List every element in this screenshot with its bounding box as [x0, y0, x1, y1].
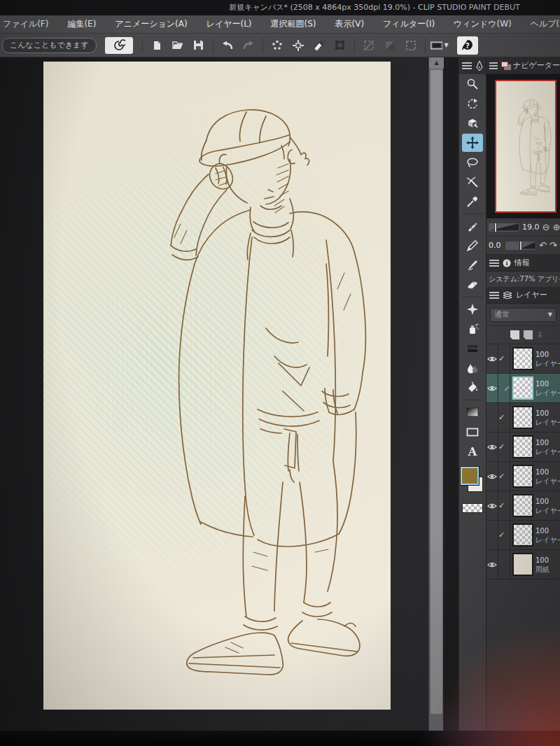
fit-to-screen-button[interactable]: ▼	[430, 37, 449, 54]
layer-thumbnail[interactable]	[512, 523, 533, 547]
tips-button[interactable]: こんなこともできます	[2, 38, 97, 53]
layer-row[interactable]: ✓ 100 レイヤー	[486, 403, 560, 432]
new-layer-icon[interactable]	[510, 330, 519, 339]
new-folder-icon[interactable]	[524, 330, 533, 339]
tool-lasso[interactable]	[462, 153, 483, 171]
layer-visibility-cell[interactable]	[486, 432, 498, 461]
tool-auto-select[interactable]	[462, 173, 483, 191]
tool-decoration[interactable]	[462, 300, 483, 318]
layer-thumbnail[interactable]	[512, 435, 533, 458]
layer-thumbnail[interactable]	[512, 406, 533, 429]
tool-line[interactable]	[462, 339, 483, 358]
layer-row[interactable]: ✓ 100 レイヤー	[486, 491, 560, 521]
clear-icon[interactable]	[310, 37, 328, 54]
menu-item[interactable]: 表示(V)	[335, 18, 365, 30]
navigator-tab[interactable]: ナビゲーター	[486, 57, 560, 74]
layer-visibility-cell[interactable]	[486, 374, 498, 402]
panel-menu-icon[interactable]	[489, 260, 499, 267]
layer-thumbnail[interactable]	[512, 376, 533, 400]
menu-item[interactable]: 選択範囲(S)	[271, 18, 316, 30]
layer-visibility-cell[interactable]	[486, 403, 498, 432]
canvas[interactable]	[43, 62, 391, 710]
layer-visibility-cell[interactable]	[486, 344, 498, 373]
deselect-icon[interactable]	[360, 37, 378, 54]
transparent-color-swatch[interactable]	[462, 503, 483, 513]
layer-check-cell[interactable]: ✓	[498, 491, 510, 520]
layer-check-cell[interactable]: ✓	[498, 374, 510, 402]
vertical-scrollbar[interactable]: ▲	[428, 57, 443, 731]
layer-visibility-cell[interactable]	[486, 550, 498, 579]
panel-menu-icon[interactable]	[462, 62, 472, 69]
layer-thumbnail[interactable]	[512, 494, 533, 517]
tool-brush[interactable]	[462, 256, 483, 274]
merge-down-icon[interactable]: ⇩	[537, 330, 543, 339]
blend-mode-select[interactable]: 通常 ▼	[490, 308, 556, 322]
rotation-slider[interactable]	[505, 241, 536, 250]
tool-blend[interactable]	[462, 359, 483, 377]
save-button[interactable]	[190, 37, 208, 54]
panel-menu-icon[interactable]	[489, 292, 499, 299]
snap-crosshair-icon[interactable]	[289, 37, 307, 54]
tool-rotate-view[interactable]	[462, 94, 483, 113]
tool-figure[interactable]	[462, 423, 483, 441]
navigator-view-frame[interactable]	[495, 80, 556, 213]
tool-gradient[interactable]	[462, 403, 483, 421]
layer-tab[interactable]: レイヤー	[486, 287, 560, 304]
help-button[interactable]: ?	[457, 36, 478, 55]
undo-button[interactable]	[218, 37, 237, 54]
layer-thumbnail[interactable]	[512, 553, 533, 576]
tool-operation[interactable]	[462, 114, 483, 132]
navigator-preview[interactable]	[486, 74, 560, 218]
menu-item[interactable]: フィルター(I)	[383, 18, 435, 30]
menu-item[interactable]: ウィンドウ(W)	[454, 18, 512, 30]
tool-pen[interactable]	[462, 217, 483, 235]
menu-item[interactable]: アニメーション(A)	[115, 18, 187, 30]
foreground-color-swatch[interactable]	[461, 467, 479, 485]
layer-check-cell[interactable]: ✓	[498, 550, 510, 579]
layer-check-cell[interactable]: ✓	[498, 432, 510, 461]
tool-pencil[interactable]	[462, 237, 483, 255]
layer-row[interactable]: ✓ 100 レイヤー	[486, 462, 560, 491]
zoom-slider[interactable]	[489, 223, 519, 232]
layer-check-cell[interactable]: ✓	[498, 521, 510, 549]
layer-visibility-cell[interactable]	[486, 521, 498, 549]
layer-check-cell[interactable]: ✓	[498, 344, 510, 373]
vertical-scroll-thumb[interactable]	[430, 70, 442, 714]
snap-dots-icon[interactable]	[268, 37, 286, 54]
tool-palette-tab[interactable]	[459, 57, 486, 74]
layer-thumbnail[interactable]	[512, 465, 533, 488]
zoom-in-button[interactable]: ⊕	[552, 223, 560, 232]
info-tab[interactable]: i 情報	[486, 255, 560, 272]
tool-move[interactable]	[462, 134, 483, 152]
layer-row[interactable]: ✓ 100 レイヤー	[486, 344, 560, 374]
menu-item[interactable]: 編集(E)	[67, 18, 96, 30]
redo-button[interactable]	[239, 37, 258, 54]
layer-check-cell[interactable]: ✓	[498, 462, 510, 491]
layer-visibility-cell[interactable]	[486, 462, 498, 491]
layer-row[interactable]: ✓ 100 レイヤー	[486, 432, 560, 462]
layer-visibility-cell[interactable]	[486, 491, 498, 520]
rotate-right-button[interactable]: ↷	[550, 241, 557, 250]
tool-eyedropper[interactable]	[462, 192, 483, 211]
menu-item[interactable]: レイヤー(L)	[206, 18, 252, 30]
menu-item[interactable]: ファイル(F)	[3, 18, 48, 30]
panel-menu-icon[interactable]	[489, 62, 498, 69]
layer-row[interactable]: ✓ 100 レイヤー	[486, 521, 560, 550]
tool-fill[interactable]	[462, 379, 483, 397]
scroll-up-arrow[interactable]: ▲	[429, 57, 444, 69]
rotate-left-button[interactable]: ↶	[539, 241, 547, 250]
invert-selection-icon[interactable]	[381, 37, 399, 54]
clip-studio-logo-button[interactable]	[105, 37, 133, 54]
menu-item[interactable]: ヘルプ(H)	[531, 18, 560, 30]
open-file-button[interactable]	[169, 37, 187, 54]
tool-airbrush[interactable]	[462, 320, 483, 338]
tool-eraser[interactable]	[462, 276, 483, 294]
layer-check-cell[interactable]: ✓	[498, 403, 510, 432]
new-canvas-button[interactable]	[148, 37, 166, 54]
transform-icon[interactable]	[331, 37, 349, 54]
layer-row[interactable]: ✓ 100 用紙	[486, 550, 560, 579]
canvas-area[interactable]	[0, 57, 428, 731]
layer-thumbnail[interactable]	[512, 347, 533, 370]
layer-row[interactable]: ✓ 100 レイヤー	[486, 374, 560, 403]
tool-text[interactable]: A	[462, 442, 483, 460]
